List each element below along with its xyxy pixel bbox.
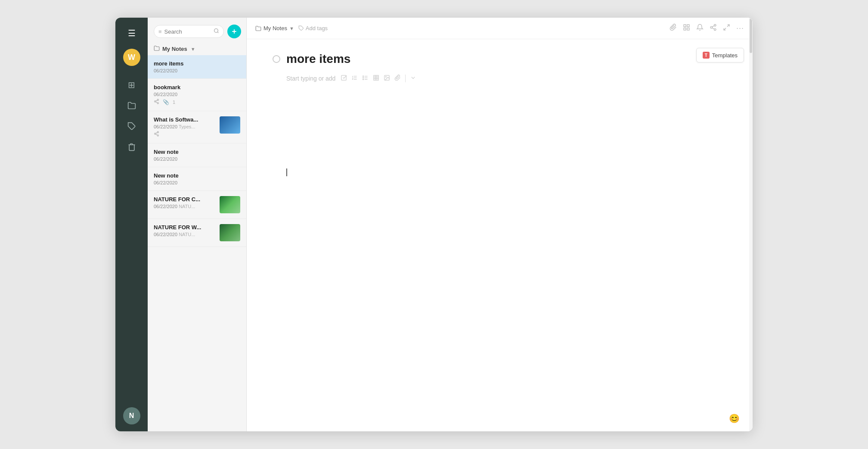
- svg-line-8: [156, 102, 158, 103]
- search-icon: [214, 28, 219, 35]
- editor-topbar: My Notes ▼ Add tags: [247, 18, 753, 39]
- note-meta: 📎 1: [154, 99, 240, 106]
- note-heading-area: more items: [273, 52, 727, 66]
- svg-point-11: [155, 133, 156, 134]
- add-tags-label: Add tags: [306, 25, 328, 31]
- sidebar-icon-trash[interactable]: [123, 138, 140, 156]
- list-item[interactable]: bookmark 06/22/2020 📎 1: [148, 79, 246, 111]
- note-title: What is Softwa...: [154, 116, 216, 123]
- user-avatar-top[interactable]: W: [123, 49, 140, 66]
- note-date: 06/22/2020: [154, 156, 240, 162]
- templates-icon: T: [703, 52, 710, 59]
- svg-point-21: [710, 26, 712, 28]
- notes-panel: ≡ My: [148, 18, 247, 431]
- sidebar-icon-tag[interactable]: [123, 118, 140, 135]
- toolbar-separator: [405, 75, 406, 82]
- note-thumbnail: [220, 224, 240, 241]
- list-item[interactable]: more items 06/22/2020: [148, 55, 246, 79]
- note-heading[interactable]: more items: [286, 52, 727, 66]
- note-date: 06/22/2020: [154, 92, 240, 97]
- attachment-toolbar-icon[interactable]: [670, 24, 677, 33]
- notes-list: more items 06/22/2020 bookmark 06/22/202…: [148, 55, 246, 431]
- checkbox-tool[interactable]: [341, 75, 347, 82]
- note-date: 06/22/2020: [154, 180, 240, 185]
- note-date: 06/22/2020: [154, 68, 240, 73]
- note-info: NATURE FOR W... 06/22/2020 NATU...: [154, 224, 216, 237]
- search-input[interactable]: [164, 28, 211, 35]
- filter-icon[interactable]: ≡: [158, 28, 162, 35]
- breadcrumb-dropdown-arrow[interactable]: ▼: [289, 26, 294, 31]
- svg-point-6: [155, 101, 156, 102]
- image-tool[interactable]: [384, 75, 390, 82]
- folder-label[interactable]: My Notes ▼: [148, 43, 246, 55]
- svg-line-13: [156, 134, 158, 135]
- folder-location[interactable]: My Notes ▼: [255, 25, 294, 31]
- templates-button[interactable]: T Templates: [696, 48, 744, 62]
- svg-point-10: [157, 131, 158, 133]
- editor-content[interactable]: more items Start typing or add: [247, 39, 753, 431]
- more-options-icon[interactable]: ···: [736, 24, 744, 33]
- table-tool[interactable]: [373, 75, 379, 82]
- expand-toolbar-icon[interactable]: [723, 24, 730, 33]
- note-date: 06/22/2020 NATU...: [154, 204, 216, 209]
- note-info: NATURE FOR C... 06/22/2020 NATU...: [154, 196, 216, 209]
- ordered-list-tool[interactable]: [351, 75, 358, 82]
- inline-toolbar: [341, 75, 416, 82]
- svg-line-9: [156, 100, 158, 101]
- share-toolbar-icon[interactable]: [710, 24, 717, 33]
- bell-toolbar-icon[interactable]: [696, 24, 704, 33]
- note-title: New note: [154, 149, 240, 155]
- placeholder-text: Start typing or add: [286, 75, 335, 82]
- editor-cursor-area[interactable]: [273, 168, 727, 178]
- emoji-button[interactable]: 😊: [729, 413, 740, 424]
- list-item[interactable]: NATURE FOR W... 06/22/2020 NATU...: [148, 219, 246, 247]
- add-tags-button[interactable]: Add tags: [298, 25, 328, 31]
- share-icon: [154, 131, 159, 138]
- list-item[interactable]: New note 06/22/2020: [148, 143, 246, 167]
- svg-point-22: [714, 28, 716, 30]
- sidebar-icon-folder[interactable]: [123, 97, 140, 114]
- text-cursor: [286, 168, 287, 176]
- note-title: New note: [154, 172, 240, 179]
- list-item[interactable]: NATURE FOR C... 06/22/2020 NATU...: [148, 191, 246, 219]
- add-note-button[interactable]: [227, 25, 241, 38]
- editor-location: My Notes ▼ Add tags: [255, 25, 328, 31]
- scrollbar-thumb[interactable]: [750, 19, 752, 53]
- svg-point-43: [386, 76, 387, 77]
- note-title: NATURE FOR W...: [154, 224, 216, 231]
- user-avatar-bottom[interactable]: N: [123, 407, 140, 424]
- scrollbar-track: [749, 18, 753, 431]
- hamburger-icon[interactable]: ☰: [123, 25, 140, 42]
- attachment-inline-tool[interactable]: [394, 75, 401, 82]
- list-item[interactable]: New note 06/22/2020: [148, 167, 246, 191]
- svg-line-25: [727, 25, 729, 27]
- notes-panel-header: ≡: [148, 18, 246, 43]
- folder-dropdown-arrow[interactable]: ▼: [191, 47, 195, 52]
- svg-rect-17: [687, 25, 689, 27]
- note-thumbnail: [220, 196, 240, 213]
- sidebar-icon-grid[interactable]: ⊞: [123, 76, 140, 94]
- svg-line-2: [217, 32, 218, 33]
- svg-rect-37: [374, 75, 378, 80]
- note-info: bookmark 06/22/2020 📎 1: [154, 84, 240, 106]
- svg-point-7: [157, 103, 158, 104]
- editor-panel: My Notes ▼ Add tags: [247, 18, 753, 431]
- folder-icon: [154, 45, 160, 53]
- grid-toolbar-icon[interactable]: [683, 24, 690, 33]
- svg-point-36: [363, 79, 364, 80]
- templates-label: Templates: [712, 52, 738, 59]
- note-info: New note 06/22/2020: [154, 149, 240, 162]
- folder-breadcrumb: My Notes: [264, 25, 287, 31]
- bullet-list-tool[interactable]: [362, 75, 369, 82]
- svg-rect-18: [687, 28, 689, 30]
- list-item[interactable]: What is Softwa... 06/22/2020 Types...: [148, 111, 246, 143]
- sidebar: ☰ W ⊞ N: [115, 18, 148, 431]
- svg-rect-19: [684, 28, 686, 30]
- more-inline-tool[interactable]: [410, 75, 416, 82]
- svg-line-14: [156, 133, 158, 134]
- status-circle[interactable]: [273, 55, 280, 63]
- search-bar[interactable]: ≡: [154, 25, 224, 38]
- folder-name: My Notes: [162, 46, 187, 52]
- svg-point-12: [157, 135, 158, 136]
- svg-rect-27: [341, 75, 346, 80]
